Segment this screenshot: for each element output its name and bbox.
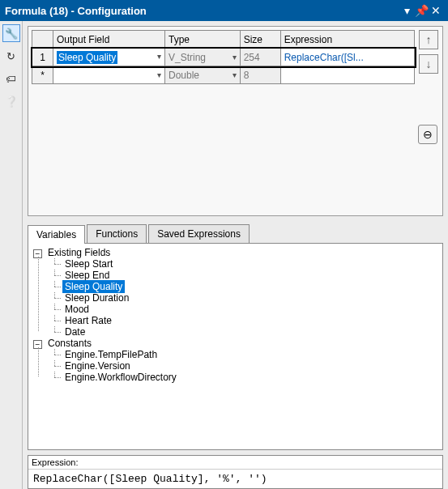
table-row[interactable]: * ▾ Double ▾ 8 [32, 66, 415, 84]
tree-leaf[interactable]: Sleep Duration [45, 292, 442, 304]
expression-label: Expression: [28, 456, 442, 470]
tree-leaf[interactable]: Heart Rate [45, 315, 442, 326]
tree-leaf[interactable]: Engine.TempFilePath [45, 349, 442, 360]
cell-type[interactable]: V_String ▾ [165, 49, 241, 66]
move-up-button[interactable]: ↑ [419, 30, 438, 49]
tab-bar: Variables Functions Saved Expressions [28, 224, 443, 244]
row-index: 1 [32, 49, 53, 66]
wrench-icon[interactable]: 🔧 [2, 24, 20, 42]
tab-functions[interactable]: Functions [87, 224, 147, 243]
expression-panel: Expression: [28, 455, 443, 489]
tree-leaf[interactable]: Engine.Version [45, 360, 442, 372]
tree-leaf[interactable]: Engine.WorkflowDirectory [45, 372, 442, 383]
row-index: * [32, 66, 53, 84]
col-size[interactable]: Size [240, 31, 280, 49]
chevron-down-icon[interactable]: ▾ [157, 70, 161, 81]
expression-input[interactable] [28, 470, 442, 488]
tool-sidebar: 🔧 ↻ 🏷 ❔ [0, 21, 23, 489]
tab-saved-expressions[interactable]: Saved Expressions [148, 224, 250, 243]
cell-expression[interactable]: ReplaceChar([Sl... [280, 49, 414, 66]
col-type[interactable]: Type [165, 31, 241, 49]
fields-grid-panel: Output Field Type Size Expression 1 Slee… [28, 26, 443, 216]
close-icon[interactable]: ✕ [429, 5, 443, 16]
chevron-down-icon[interactable]: ▾ [233, 70, 237, 81]
cell-output-field[interactable]: ▾ [53, 66, 165, 84]
tree-leaf[interactable]: Sleep Quality [45, 281, 442, 292]
cell-type[interactable]: Double ▾ [165, 66, 241, 84]
chevron-down-icon[interactable]: ▾ [233, 52, 237, 63]
tree-leaf[interactable]: Sleep End [45, 270, 442, 281]
fields-grid[interactable]: Output Field Type Size Expression 1 Slee… [32, 30, 415, 84]
titlebar: Formula (18) - Configuration ▾ 📌 ✕ [0, 0, 448, 21]
tree-leaf[interactable]: Date [45, 326, 442, 338]
dropdown-icon[interactable]: ▾ [399, 5, 414, 16]
cell-output-field[interactable]: Sleep Quality ▾ [53, 49, 165, 66]
tree-leaf[interactable]: Mood [45, 304, 442, 315]
tab-variables[interactable]: Variables [28, 225, 85, 244]
chevron-down-icon[interactable]: ▾ [157, 51, 161, 62]
table-row[interactable]: 1 Sleep Quality ▾ V_String ▾ 254 Replace… [32, 49, 415, 66]
pin-icon[interactable]: 📌 [414, 5, 429, 16]
cell-size[interactable]: 8 [240, 66, 280, 84]
panel-title: Formula (18) - Configuration [5, 5, 399, 17]
variables-tree[interactable]: −Existing FieldsSleep StartSleep EndSlee… [28, 244, 443, 450]
move-down-button[interactable]: ↓ [419, 54, 438, 74]
cell-size[interactable]: 254 [240, 49, 280, 66]
refresh-icon[interactable]: ↻ [2, 47, 20, 65]
remove-row-button[interactable]: ⊖ [418, 125, 437, 144]
help-icon[interactable]: ❔ [2, 92, 20, 110]
col-expression[interactable]: Expression [280, 31, 414, 49]
col-output-field[interactable]: Output Field [53, 31, 165, 49]
row-header-blank [32, 31, 53, 49]
cell-expression[interactable] [280, 66, 414, 84]
tree-leaf[interactable]: Sleep Start [45, 258, 442, 270]
tag-icon[interactable]: 🏷 [2, 70, 20, 87]
